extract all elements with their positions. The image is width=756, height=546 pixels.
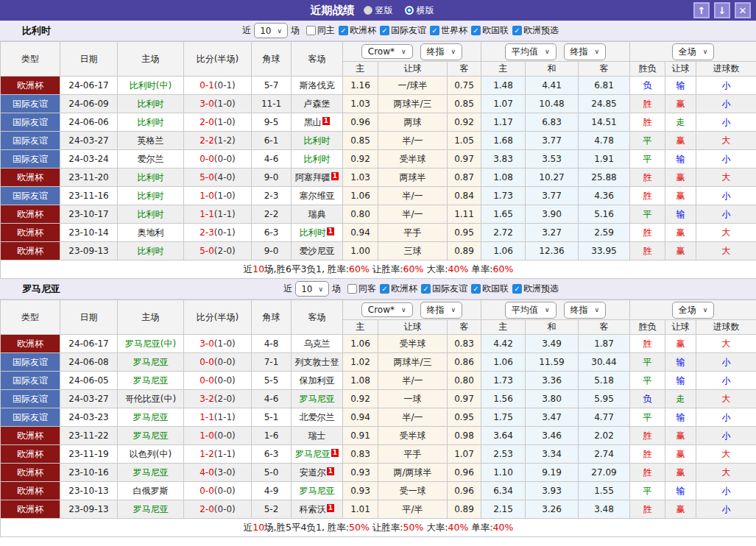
crow-odds-handicap: 半/一	[378, 132, 448, 150]
summary-text: 近	[244, 263, 253, 274]
league-filter[interactable]: ✓欧国联	[471, 283, 509, 295]
summary-text: 10	[252, 263, 264, 274]
crow-odds-handicap: 受半球	[378, 150, 448, 169]
match-count-select[interactable]: 10 ∨	[254, 23, 288, 38]
avg-odds-home: 1.10	[481, 464, 526, 482]
league-filter[interactable]: ✓欧国联	[471, 24, 509, 37]
away-team: 保加利亚	[292, 372, 343, 390]
dropdown-label: Crow*	[368, 305, 395, 315]
summary-text: 让胜率:	[370, 522, 403, 533]
avg-odds-away: 27.09	[579, 464, 630, 482]
header-dropdown[interactable]: 终指∨	[564, 43, 607, 60]
header-dropdown[interactable]: 终指∨	[420, 302, 463, 319]
league-filter[interactable]: ✓欧洲杯	[339, 24, 376, 37]
competition-type: 欧洲杯	[1, 445, 60, 464]
league-filter[interactable]: ✓国际友谊	[380, 24, 426, 37]
league-filter-label: 欧洲预选	[523, 24, 559, 37]
col-header-corners: 角球	[252, 42, 292, 77]
crow-odds-handicap: 半/一	[378, 205, 448, 224]
red-card-badge: 1	[327, 227, 334, 235]
match-count-select[interactable]: 10 ∨	[295, 281, 329, 297]
score-cell: 5-0(4-0)	[184, 169, 252, 187]
corners: 5-1	[252, 408, 292, 427]
away-team-name: 瑞典	[308, 209, 326, 219]
match-date: 24-06-09	[60, 95, 118, 113]
corners: 6-3	[252, 224, 292, 242]
move-up-button[interactable]: ↑	[693, 2, 710, 18]
result-handicap: 赢	[665, 427, 696, 445]
crow-odds-handicap: 受一球	[378, 482, 448, 500]
match-row: 国际友谊24-06-06比利时2-0(1-0)9-5黑山10.96两球0.921…	[1, 113, 756, 132]
result-handicap: 输	[665, 77, 696, 95]
summary-text: 60%	[493, 263, 514, 274]
sub-header-crow-handicap: 让球	[378, 320, 448, 335]
header-dropdown[interactable]: 终指∨	[420, 43, 463, 60]
crow-odds-home: 1.06	[343, 335, 378, 353]
header-dropdown[interactable]: 终指∨	[564, 302, 607, 319]
crow-odds-handicap: 半/一	[378, 372, 448, 390]
fulltime-score: 3-0	[199, 99, 214, 109]
match-row: 欧洲杯23-09-13比利时5-0(2-0)9-0爱沙尼亚1.00三球0.891…	[1, 242, 756, 260]
header-dropdown[interactable]: Crow*∨	[361, 44, 413, 59]
sub-header-crow-home: 主	[343, 62, 378, 77]
corners: 4-6	[252, 150, 292, 169]
summary-text: 近	[244, 522, 253, 533]
header-dropdown[interactable]: 全场∨	[672, 302, 715, 319]
home-team: 比利时(中)	[118, 77, 184, 95]
layout-radio-horizontal[interactable]: 横版	[405, 4, 434, 17]
move-down-button[interactable]: ↓	[714, 2, 730, 18]
checkbox-checked-icon: ✓	[421, 284, 431, 294]
crow-odds-home: 1.06	[343, 187, 378, 205]
result-wdl: 负	[630, 390, 665, 408]
avg-odds-home: 1.65	[481, 205, 526, 224]
avg-odds-away: 2.74	[579, 445, 630, 464]
home-team-name: 哥伦比亚(中)	[125, 394, 176, 404]
league-filter-label: 欧国联	[482, 283, 509, 295]
match-row: 欧洲杯23-10-13白俄罗斯0-0(0-0)4-9罗马尼亚0.93受一球0.9…	[1, 482, 756, 500]
home-team-name: 罗马尼亚	[133, 467, 169, 478]
col-header-away: 客场	[292, 300, 343, 335]
team-name: 罗马尼亚	[22, 283, 60, 296]
same-venue-filter[interactable]: 同主	[306, 24, 335, 37]
avg-odds-home: 2.72	[481, 224, 526, 242]
result-wdl: 胜	[630, 427, 665, 445]
crow-odds-handicap: 受半球	[378, 427, 448, 445]
score-cell: 0-1(0-1)	[184, 77, 252, 95]
result-goals: 小	[696, 482, 756, 500]
league-filter[interactable]: ✓欧洲杯	[380, 283, 417, 295]
match-row: 国际友谊24-06-08罗马尼亚0-0(0-0)7-1列支敦士登1.02两球半/…	[1, 353, 756, 372]
games-label: 场	[332, 283, 341, 295]
result-goals: 小	[696, 500, 756, 519]
away-team-name: 保加利亚	[300, 375, 335, 386]
match-row: 欧洲杯23-10-16罗马尼亚4-0(3-0)5-0安道尔10.93两/两球半0…	[1, 464, 756, 482]
dropdown-label: 全场	[679, 304, 696, 316]
avg-odds-home: 1.08	[481, 169, 526, 187]
corners: 4-9	[252, 482, 292, 500]
match-date: 23-09-13	[60, 242, 118, 260]
crow-odds-home: 0.96	[343, 113, 378, 132]
league-filter[interactable]: ✓世界杯	[430, 24, 467, 37]
near-label: 近	[242, 24, 251, 37]
league-filter[interactable]: ✓欧洲预选	[512, 283, 559, 295]
chevron-down-icon: ∨	[401, 48, 406, 55]
result-handicap: 赢	[665, 464, 696, 482]
close-button[interactable]: ✕	[735, 2, 751, 18]
crow-odds-away: 0.89	[448, 242, 481, 260]
header-dropdown[interactable]: 平均值∨	[505, 43, 557, 60]
avg-odds-home: 1.68	[481, 132, 526, 150]
same-venue-filter[interactable]: 同客	[347, 283, 376, 295]
score-cell: 5-0(2-0)	[184, 242, 252, 260]
col-header-score: 比分(半场)	[184, 42, 252, 77]
header-dropdown[interactable]: 全场∨	[672, 43, 715, 60]
header-dropdown[interactable]: 平均值∨	[505, 302, 557, 319]
halftime-score: (0-0)	[214, 486, 236, 496]
col-header-date: 日期	[60, 300, 118, 335]
layout-radio-vertical[interactable]: 竖版	[364, 4, 393, 17]
result-goals: 大	[696, 390, 756, 408]
league-filter[interactable]: ✓国际友谊	[421, 283, 467, 295]
league-filter[interactable]: ✓欧洲预选	[512, 24, 559, 37]
same-venue-label: 同客	[358, 283, 376, 295]
header-dropdown[interactable]: Crow*∨	[361, 302, 413, 317]
avg-odds-away: 30.44	[579, 353, 630, 372]
avg-odds-draw: 9.19	[526, 464, 579, 482]
